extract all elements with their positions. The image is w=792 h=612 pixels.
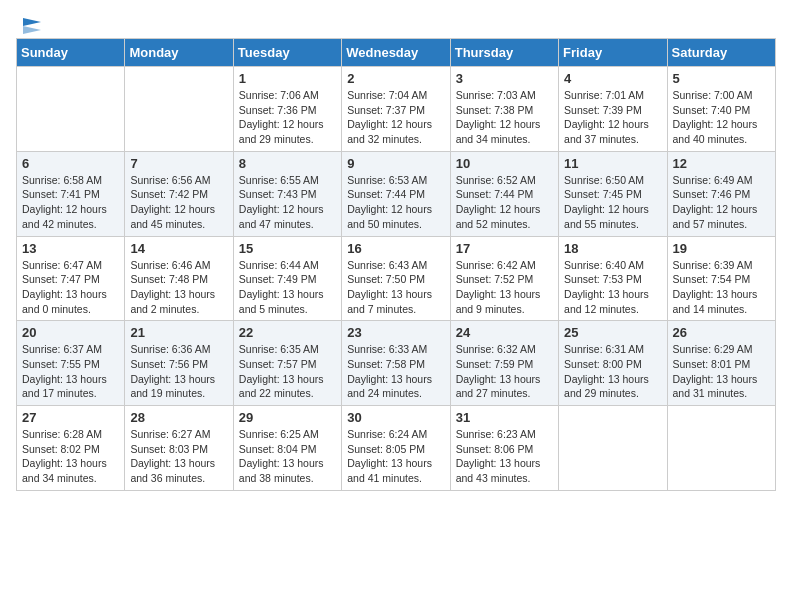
day-number: 13 xyxy=(22,241,119,256)
day-cell: 6Sunrise: 6:58 AM Sunset: 7:41 PM Daylig… xyxy=(17,151,125,236)
day-info: Sunrise: 6:33 AM Sunset: 7:58 PM Dayligh… xyxy=(347,342,444,401)
svg-marker-0 xyxy=(23,18,41,26)
day-cell: 8Sunrise: 6:55 AM Sunset: 7:43 PM Daylig… xyxy=(233,151,341,236)
page-header xyxy=(16,16,776,30)
day-info: Sunrise: 6:43 AM Sunset: 7:50 PM Dayligh… xyxy=(347,258,444,317)
day-info: Sunrise: 6:24 AM Sunset: 8:05 PM Dayligh… xyxy=(347,427,444,486)
day-cell xyxy=(125,67,233,152)
day-number: 3 xyxy=(456,71,553,86)
day-info: Sunrise: 7:06 AM Sunset: 7:36 PM Dayligh… xyxy=(239,88,336,147)
day-number: 21 xyxy=(130,325,227,340)
header-cell-tuesday: Tuesday xyxy=(233,39,341,67)
day-info: Sunrise: 6:27 AM Sunset: 8:03 PM Dayligh… xyxy=(130,427,227,486)
day-info: Sunrise: 6:28 AM Sunset: 8:02 PM Dayligh… xyxy=(22,427,119,486)
day-info: Sunrise: 6:29 AM Sunset: 8:01 PM Dayligh… xyxy=(673,342,770,401)
day-cell: 20Sunrise: 6:37 AM Sunset: 7:55 PM Dayli… xyxy=(17,321,125,406)
day-number: 25 xyxy=(564,325,661,340)
day-number: 10 xyxy=(456,156,553,171)
day-info: Sunrise: 7:03 AM Sunset: 7:38 PM Dayligh… xyxy=(456,88,553,147)
day-info: Sunrise: 6:56 AM Sunset: 7:42 PM Dayligh… xyxy=(130,173,227,232)
day-number: 15 xyxy=(239,241,336,256)
header-cell-saturday: Saturday xyxy=(667,39,775,67)
day-info: Sunrise: 6:42 AM Sunset: 7:52 PM Dayligh… xyxy=(456,258,553,317)
day-cell: 27Sunrise: 6:28 AM Sunset: 8:02 PM Dayli… xyxy=(17,406,125,491)
day-info: Sunrise: 6:32 AM Sunset: 7:59 PM Dayligh… xyxy=(456,342,553,401)
day-cell: 25Sunrise: 6:31 AM Sunset: 8:00 PM Dayli… xyxy=(559,321,667,406)
day-number: 28 xyxy=(130,410,227,425)
day-number: 27 xyxy=(22,410,119,425)
day-number: 7 xyxy=(130,156,227,171)
calendar-table: SundayMondayTuesdayWednesdayThursdayFrid… xyxy=(16,38,776,491)
week-row-3: 13Sunrise: 6:47 AM Sunset: 7:47 PM Dayli… xyxy=(17,236,776,321)
day-number: 24 xyxy=(456,325,553,340)
day-number: 29 xyxy=(239,410,336,425)
day-cell: 2Sunrise: 7:04 AM Sunset: 7:37 PM Daylig… xyxy=(342,67,450,152)
day-number: 14 xyxy=(130,241,227,256)
day-number: 16 xyxy=(347,241,444,256)
day-cell: 23Sunrise: 6:33 AM Sunset: 7:58 PM Dayli… xyxy=(342,321,450,406)
day-info: Sunrise: 7:01 AM Sunset: 7:39 PM Dayligh… xyxy=(564,88,661,147)
calendar-header: SundayMondayTuesdayWednesdayThursdayFrid… xyxy=(17,39,776,67)
day-cell: 19Sunrise: 6:39 AM Sunset: 7:54 PM Dayli… xyxy=(667,236,775,321)
day-cell xyxy=(17,67,125,152)
day-number: 1 xyxy=(239,71,336,86)
day-cell: 14Sunrise: 6:46 AM Sunset: 7:48 PM Dayli… xyxy=(125,236,233,321)
day-cell: 11Sunrise: 6:50 AM Sunset: 7:45 PM Dayli… xyxy=(559,151,667,236)
day-number: 31 xyxy=(456,410,553,425)
day-cell: 22Sunrise: 6:35 AM Sunset: 7:57 PM Dayli… xyxy=(233,321,341,406)
day-info: Sunrise: 6:44 AM Sunset: 7:49 PM Dayligh… xyxy=(239,258,336,317)
day-cell: 5Sunrise: 7:00 AM Sunset: 7:40 PM Daylig… xyxy=(667,67,775,152)
day-info: Sunrise: 6:55 AM Sunset: 7:43 PM Dayligh… xyxy=(239,173,336,232)
day-number: 11 xyxy=(564,156,661,171)
header-cell-friday: Friday xyxy=(559,39,667,67)
logo-flag-icon xyxy=(19,16,41,34)
day-info: Sunrise: 6:31 AM Sunset: 8:00 PM Dayligh… xyxy=(564,342,661,401)
week-row-5: 27Sunrise: 6:28 AM Sunset: 8:02 PM Dayli… xyxy=(17,406,776,491)
day-cell: 12Sunrise: 6:49 AM Sunset: 7:46 PM Dayli… xyxy=(667,151,775,236)
day-cell xyxy=(667,406,775,491)
day-number: 26 xyxy=(673,325,770,340)
day-cell: 31Sunrise: 6:23 AM Sunset: 8:06 PM Dayli… xyxy=(450,406,558,491)
day-info: Sunrise: 6:35 AM Sunset: 7:57 PM Dayligh… xyxy=(239,342,336,401)
day-number: 8 xyxy=(239,156,336,171)
day-cell: 24Sunrise: 6:32 AM Sunset: 7:59 PM Dayli… xyxy=(450,321,558,406)
day-info: Sunrise: 6:50 AM Sunset: 7:45 PM Dayligh… xyxy=(564,173,661,232)
header-cell-thursday: Thursday xyxy=(450,39,558,67)
week-row-4: 20Sunrise: 6:37 AM Sunset: 7:55 PM Dayli… xyxy=(17,321,776,406)
day-number: 2 xyxy=(347,71,444,86)
day-number: 23 xyxy=(347,325,444,340)
day-cell: 18Sunrise: 6:40 AM Sunset: 7:53 PM Dayli… xyxy=(559,236,667,321)
day-info: Sunrise: 6:39 AM Sunset: 7:54 PM Dayligh… xyxy=(673,258,770,317)
day-number: 12 xyxy=(673,156,770,171)
day-number: 22 xyxy=(239,325,336,340)
day-info: Sunrise: 6:40 AM Sunset: 7:53 PM Dayligh… xyxy=(564,258,661,317)
day-info: Sunrise: 6:36 AM Sunset: 7:56 PM Dayligh… xyxy=(130,342,227,401)
day-cell: 26Sunrise: 6:29 AM Sunset: 8:01 PM Dayli… xyxy=(667,321,775,406)
day-info: Sunrise: 6:53 AM Sunset: 7:44 PM Dayligh… xyxy=(347,173,444,232)
day-info: Sunrise: 6:58 AM Sunset: 7:41 PM Dayligh… xyxy=(22,173,119,232)
header-row: SundayMondayTuesdayWednesdayThursdayFrid… xyxy=(17,39,776,67)
svg-marker-1 xyxy=(23,26,41,34)
day-cell: 15Sunrise: 6:44 AM Sunset: 7:49 PM Dayli… xyxy=(233,236,341,321)
day-cell: 10Sunrise: 6:52 AM Sunset: 7:44 PM Dayli… xyxy=(450,151,558,236)
day-number: 5 xyxy=(673,71,770,86)
day-cell: 3Sunrise: 7:03 AM Sunset: 7:38 PM Daylig… xyxy=(450,67,558,152)
day-number: 20 xyxy=(22,325,119,340)
day-cell: 28Sunrise: 6:27 AM Sunset: 8:03 PM Dayli… xyxy=(125,406,233,491)
day-cell: 17Sunrise: 6:42 AM Sunset: 7:52 PM Dayli… xyxy=(450,236,558,321)
day-number: 17 xyxy=(456,241,553,256)
day-cell: 16Sunrise: 6:43 AM Sunset: 7:50 PM Dayli… xyxy=(342,236,450,321)
day-cell xyxy=(559,406,667,491)
week-row-1: 1Sunrise: 7:06 AM Sunset: 7:36 PM Daylig… xyxy=(17,67,776,152)
day-number: 9 xyxy=(347,156,444,171)
day-cell: 1Sunrise: 7:06 AM Sunset: 7:36 PM Daylig… xyxy=(233,67,341,152)
day-cell: 9Sunrise: 6:53 AM Sunset: 7:44 PM Daylig… xyxy=(342,151,450,236)
day-cell: 4Sunrise: 7:01 AM Sunset: 7:39 PM Daylig… xyxy=(559,67,667,152)
day-cell: 13Sunrise: 6:47 AM Sunset: 7:47 PM Dayli… xyxy=(17,236,125,321)
week-row-2: 6Sunrise: 6:58 AM Sunset: 7:41 PM Daylig… xyxy=(17,151,776,236)
header-cell-monday: Monday xyxy=(125,39,233,67)
day-info: Sunrise: 6:49 AM Sunset: 7:46 PM Dayligh… xyxy=(673,173,770,232)
calendar-body: 1Sunrise: 7:06 AM Sunset: 7:36 PM Daylig… xyxy=(17,67,776,491)
day-number: 18 xyxy=(564,241,661,256)
day-number: 30 xyxy=(347,410,444,425)
